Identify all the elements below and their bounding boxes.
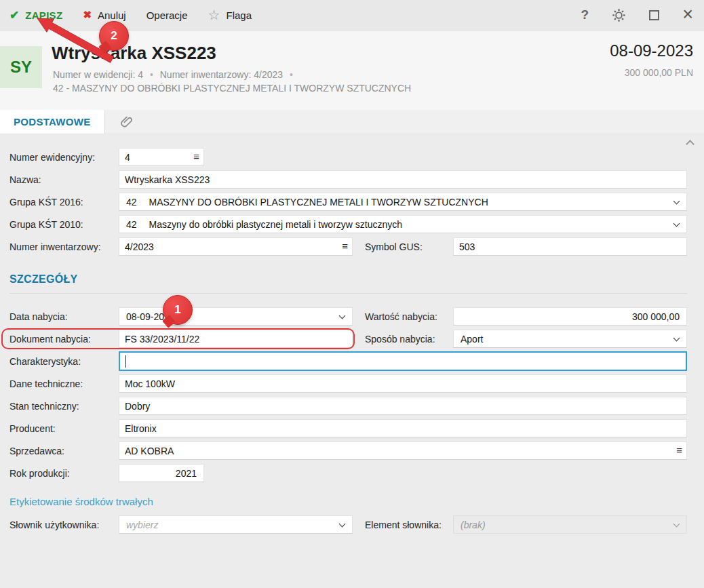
dane-techniczne-label: Dane techniczne:: [9, 378, 119, 389]
section-divider: [9, 293, 687, 294]
tab-attachments[interactable]: [105, 110, 149, 134]
symbol-gus-field: [453, 237, 687, 256]
chevron-down-icon: [673, 521, 680, 528]
save-button[interactable]: ✔ ZAPISZ: [9, 8, 62, 22]
dane-techniczne-input[interactable]: [119, 375, 686, 392]
dokument-nabycia-label: Dokument nabycia:: [9, 334, 119, 345]
maximize-icon[interactable]: [649, 10, 659, 20]
avatar: SY: [0, 46, 42, 88]
page-title: Wtryskarka XSS223: [52, 43, 216, 64]
settings-gear-icon[interactable]: [612, 8, 626, 22]
dokument-nabycia-field: [119, 330, 353, 348]
row-sprzedawca: Sprzedawca: ≡: [9, 442, 687, 460]
operations-menu-button[interactable]: Operacje: [146, 9, 188, 21]
producent-label: Producent:: [9, 423, 119, 434]
row-grupa-kst-2010: Grupa KŚT 2010: 42 Maszyny do obróbki pl…: [9, 215, 687, 233]
numer-inwentarzowy-input[interactable]: [119, 238, 352, 255]
wartosc-nabycia-field: [453, 307, 687, 326]
toolbar: ✔ ZAPISZ ✖ Anuluj Operacje ☆ Flaga ? ×: [0, 0, 704, 31]
stan-techniczny-label: Stan techniczny:: [9, 401, 119, 412]
chevron-down-icon: [673, 198, 680, 205]
record-header: SY Wtryskarka XSS223 Numer w ewidencji: …: [0, 31, 704, 110]
row-charakterystyka: Charakterystyka:: [9, 352, 687, 370]
grupa-kst-2010-label: Grupa KŚT 2010:: [9, 219, 119, 230]
sposob-nabycia-value: Aport: [461, 334, 483, 345]
flag-button[interactable]: ☆ Flaga: [208, 8, 252, 22]
section-title-etykietowanie: Etykietowanie środków trwałych: [9, 496, 687, 507]
help-icon[interactable]: ?: [581, 7, 589, 22]
tab-bar: PODSTAWOWE: [0, 110, 704, 134]
row-data-nabycia: Data nabycia: 08-09-2023 Wartość nabycia…: [9, 307, 687, 326]
nazwa-label: Nazwa:: [9, 174, 119, 185]
sposob-nabycia-select[interactable]: Aport: [453, 330, 687, 348]
chevron-down-icon: [339, 313, 346, 319]
close-icon[interactable]: ×: [682, 7, 693, 22]
sprzedawca-field: ≡: [119, 442, 687, 460]
wartosc-nabycia-label: Wartość nabycia:: [365, 311, 453, 322]
grupa-kst-2016-select[interactable]: 42 MASZYNY DO OBRÓBKI PLASTYCZNEJ METALI…: [119, 193, 687, 211]
header-amount: 300 000,00 PLN: [625, 67, 693, 78]
nazwa-input[interactable]: [119, 171, 686, 188]
cancel-button-label: Anuluj: [98, 9, 126, 21]
checkmark-icon: ✔: [9, 8, 19, 22]
row-dokument-nabycia: Dokument nabycia: Sposób nabycia: Aport: [9, 330, 687, 348]
kst-code: 42: [126, 197, 137, 208]
rok-produkcji-input[interactable]: [119, 465, 203, 482]
section-title-szczegoly: SZCZEGÓŁY: [9, 273, 687, 286]
row-rok-produkcji: Rok produkcji:: [9, 464, 687, 482]
wartosc-nabycia-input[interactable]: [454, 308, 686, 325]
kst-text: MASZYNY DO OBRÓBKI PLASTYCZNEJ METALI I …: [149, 197, 488, 208]
chevron-up-icon[interactable]: [686, 140, 695, 149]
symbol-gus-input[interactable]: [454, 238, 686, 255]
charakterystyka-input[interactable]: [120, 353, 686, 370]
data-nabycia-label: Data nabycia:: [9, 311, 119, 322]
symbol-gus-label: Symbol GUS:: [365, 241, 453, 252]
cancel-button[interactable]: ✖ Anuluj: [83, 9, 125, 21]
chevron-down-icon: [673, 335, 680, 342]
window-controls: ? ×: [581, 7, 693, 22]
charakterystyka-field: [119, 351, 687, 371]
stan-techniczny-field: [119, 397, 687, 415]
operations-label: Operacje: [146, 9, 188, 21]
row-stan-techniczny: Stan techniczny:: [9, 397, 687, 415]
numer-ewidencyjny-input[interactable]: [119, 149, 203, 165]
stan-techniczny-input[interactable]: [119, 397, 686, 414]
data-nabycia-select[interactable]: 08-09-2023: [119, 307, 353, 326]
element-slownika-value: (brak): [461, 520, 486, 530]
element-slownika-select[interactable]: (brak): [453, 515, 687, 534]
numer-ewidencyjny-label: Numer ewidencyjny:: [9, 152, 119, 163]
grupa-kst-2016-label: Grupa KŚT 2016:: [9, 197, 119, 208]
row-numer-ewidencyjny: Numer ewidencyjny: ≡: [9, 148, 687, 166]
kst-code: 42: [126, 219, 137, 230]
x-icon: ✖: [83, 9, 92, 21]
numer-ewidencyjny-field: ≡: [119, 148, 204, 166]
slownik-placeholder: wybierz: [126, 520, 158, 530]
paperclip-icon: [119, 115, 134, 130]
numer-inwentarzowy-field: ≡: [119, 237, 353, 256]
header-date: 08-09-2023: [610, 41, 693, 60]
grupa-kst-2010-select[interactable]: 42 Maszyny do obróbki plastycznej metali…: [119, 215, 687, 233]
slownik-uzytkownika-select[interactable]: wybierz: [119, 515, 353, 534]
bullet-separator: •: [290, 69, 293, 80]
sprzedawca-label: Sprzedawca:: [9, 446, 119, 456]
rok-produkcji-field: [119, 464, 204, 482]
save-button-label: ZAPISZ: [25, 9, 62, 21]
element-slownika-label: Element słownika:: [365, 520, 453, 530]
row-numer-inwentarzowy: Numer inwentarzowy: ≡ Symbol GUS:: [9, 237, 687, 256]
sprzedawca-input[interactable]: [119, 442, 686, 459]
sposob-nabycia-label: Sposób nabycia:: [365, 334, 453, 345]
slownik-uzytkownika-label: Słownik użytkownika:: [9, 520, 119, 530]
row-grupa-kst-2016: Grupa KŚT 2016: 42 MASZYNY DO OBRÓBKI PL…: [9, 193, 687, 211]
text-cursor: [125, 355, 126, 368]
producent-input[interactable]: [119, 420, 686, 437]
tab-podstawowe[interactable]: PODSTAWOWE: [0, 110, 105, 134]
row-nazwa: Nazwa:: [9, 170, 687, 189]
nazwa-field: [119, 170, 687, 189]
record-meta-kst: 42 - MASZYNY DO OBRÓBKI PLASTYCZNEJ META…: [53, 83, 411, 94]
bullet-separator: •: [150, 69, 153, 80]
dokument-nabycia-input[interactable]: [119, 330, 352, 347]
numer-inwentarzowy-label: Numer inwentarzowy:: [9, 241, 119, 252]
rok-produkcji-label: Rok produkcji:: [9, 468, 119, 479]
chevron-down-icon: [339, 521, 346, 528]
form-panel: Numer ewidencyjny: ≡ Nazwa: Grupa KŚT 20…: [0, 134, 704, 534]
